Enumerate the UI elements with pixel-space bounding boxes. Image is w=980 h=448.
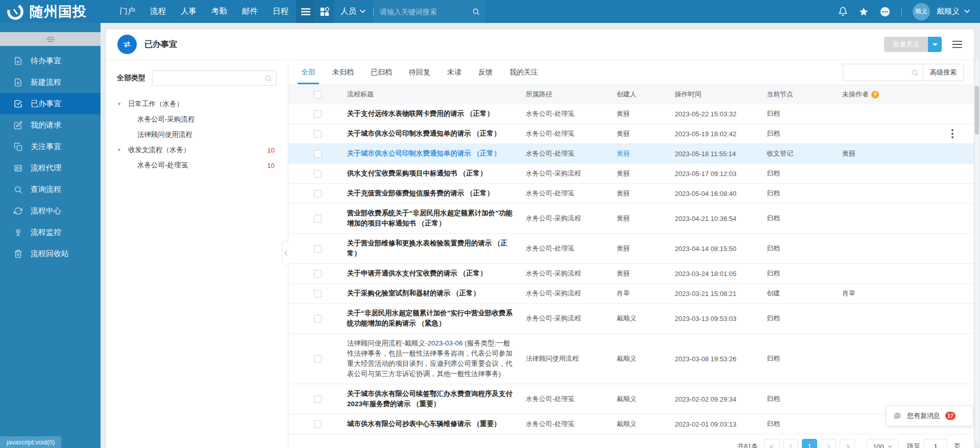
- row-checkbox[interactable]: [314, 190, 322, 197]
- next-page-button[interactable]: [821, 439, 836, 448]
- star-icon[interactable]: [859, 7, 869, 17]
- row-title[interactable]: 城市供水有限公司抄表中心车辆维修请示 （重要）: [347, 419, 526, 429]
- prev-page-button[interactable]: [783, 439, 798, 448]
- sidebar-item-8[interactable]: 流程中心: [0, 200, 101, 221]
- global-search[interactable]: [374, 0, 485, 23]
- sidebar-item-4[interactable]: 我的请求: [0, 114, 101, 136]
- tree-node-2[interactable]: 水务公司-采购流程: [117, 112, 277, 127]
- batch-follow-dropdown-icon[interactable]: [928, 37, 942, 52]
- list-view-icon[interactable]: [952, 40, 963, 49]
- tab-6[interactable]: 反馈: [478, 61, 493, 84]
- table-row-9[interactable]: 关于采购化验室试剂和器材的请示 （正常）水务公司-采购流程肖举2023-03-2…: [288, 284, 974, 304]
- scrollbar-thumb[interactable]: [975, 86, 979, 135]
- row-title[interactable]: 营业部收费系统关于“非居民用水超定额累计加价”功能增加的项目中标通知书 （正常）: [347, 208, 526, 229]
- current-page-button[interactable]: 1: [802, 439, 817, 448]
- sidebar-item-7[interactable]: 查询流程: [0, 179, 101, 200]
- type-filter-input[interactable]: [157, 74, 264, 82]
- row-title[interactable]: 关于充值营业部催费短信服务费的请示 （正常）: [347, 188, 526, 198]
- vertical-scrollbar[interactable]: [975, 60, 979, 443]
- row-title[interactable]: 供水支付宝收费采购项目中标通知书 （正常）: [347, 168, 526, 179]
- first-page-button[interactable]: [764, 439, 779, 448]
- panel-collapse-handle[interactable]: [282, 240, 289, 266]
- row-title[interactable]: 关于城市供水公司印制水费通知单的请示 （正常）: [347, 148, 526, 159]
- tree-expand-caret[interactable]: ▼: [117, 147, 128, 153]
- tab-2[interactable]: 未归档: [332, 61, 354, 84]
- top-nav-item-4[interactable]: 考勤: [211, 6, 227, 17]
- table-row-12[interactable]: 关于城市供水有限公司续签鄂汇办水费查询程序及支付2023年服务费的请示 （重要）…: [288, 384, 974, 414]
- table-row-11[interactable]: 法律顾问使用流程-戴顺义-2023-03-06 (服务类型:一般性法律事务，包括…: [288, 334, 974, 384]
- tree-node-1[interactable]: ▼日常工作（水务）: [117, 96, 277, 112]
- row-checkbox[interactable]: [314, 395, 322, 403]
- tree-node-3[interactable]: 法律顾问使用流程: [117, 127, 277, 142]
- sidebar-collapse-toggle[interactable]: [0, 32, 101, 46]
- sidebar-item-6[interactable]: 流程代理: [0, 157, 101, 179]
- top-nav-item-3[interactable]: 人事: [181, 6, 197, 17]
- row-checkbox[interactable]: [314, 355, 322, 363]
- row-checkbox[interactable]: [314, 110, 322, 118]
- last-page-button[interactable]: [840, 439, 855, 448]
- table-row-3[interactable]: 关于城市供水公司印制水费通知单的请示 （正常）水务公司-处理笺黄丽2023-05…: [288, 144, 974, 164]
- tab-3[interactable]: 已归档: [371, 61, 392, 84]
- table-row-4[interactable]: 供水支付宝收费采购项目中标通知书 （正常）水务公司-采购流程黄丽2023-05-…: [288, 164, 974, 184]
- advanced-search-button[interactable]: 高级搜索: [923, 64, 964, 81]
- sidebar-item-10[interactable]: 流程回收站: [0, 243, 101, 264]
- table-row-10[interactable]: 关于“非居民用水超定额累计加价”实行中营业部收费系统功能增加的采购请示 （紧急）…: [288, 304, 974, 334]
- help-icon[interactable]: ?: [871, 91, 879, 98]
- tab-5[interactable]: 未读: [447, 61, 461, 84]
- sidebar-item-9[interactable]: 流程监控: [0, 221, 101, 243]
- sidebar-item-1[interactable]: 待办事宜: [0, 50, 101, 71]
- row-title[interactable]: 关于城市供水有限公司续签鄂汇办水费查询程序及支付2023年服务费的请示 （重要）: [347, 389, 526, 409]
- table-row-8[interactable]: 关于申请开通供水支付宝收费的请示 （正常）水务公司-采购流程黄丽2023-03-…: [288, 264, 974, 284]
- jump-page-input[interactable]: [924, 439, 947, 448]
- row-title[interactable]: 关于采购化验室试剂和器材的请示 （正常）: [347, 288, 526, 298]
- row-title[interactable]: 法律顾问使用流程-戴顺义-2023-03-06 (服务类型:一般性法律事务，包括…: [347, 338, 526, 379]
- top-nav-item-6[interactable]: 日程: [273, 6, 288, 17]
- row-checkbox[interactable]: [314, 290, 322, 297]
- people-dropdown[interactable]: 人员: [334, 0, 373, 23]
- app-grid-icon[interactable]: [315, 0, 334, 23]
- search-icon[interactable]: [472, 7, 480, 16]
- tab-7[interactable]: 我的关注: [509, 61, 538, 84]
- row-checkbox[interactable]: [314, 150, 322, 158]
- apps-hamburger-icon[interactable]: [296, 0, 315, 23]
- table-row-7[interactable]: 关于营业部维修和更换水表检验装置费用的请示 （正常）水务公司-处理笺黄丽2023…: [288, 234, 974, 264]
- global-search-input[interactable]: [380, 8, 472, 16]
- row-checkbox[interactable]: [314, 315, 322, 322]
- tree-node-4[interactable]: ▼收发文流程（水务）10: [117, 142, 277, 158]
- sidebar-item-3[interactable]: 已办事宜: [0, 93, 101, 114]
- top-nav-item-2[interactable]: 流程: [150, 6, 166, 17]
- batch-follow-button[interactable]: 批量关注: [884, 37, 942, 52]
- sidebar-item-5[interactable]: 关注事宜: [0, 136, 101, 157]
- tab-1[interactable]: 全部: [301, 61, 315, 84]
- table-row-5[interactable]: 关于充值营业部催费短信服务费的请示 （正常）水务公司-处理笺黄丽2023-05-…: [288, 184, 974, 204]
- table-row-6[interactable]: 营业部收费系统关于“非居民用水超定额累计加价”功能增加的项目中标通知书 （正常）…: [288, 204, 974, 234]
- user-chevron-down-icon[interactable]: [964, 10, 970, 13]
- table-search[interactable]: [843, 64, 923, 81]
- page-size-select[interactable]: 100: [867, 439, 898, 448]
- row-title[interactable]: 关于城市供水公司印制水费通知单的请示 （正常）: [347, 129, 526, 139]
- table-row-2[interactable]: 关于城市供水公司印制水费通知单的请示 （正常）水务公司-处理笺黄丽2023-05…: [288, 124, 974, 144]
- select-all-checkbox[interactable]: [314, 91, 322, 98]
- notification-toast[interactable]: 您有新消息 17: [886, 406, 973, 426]
- top-nav-item-5[interactable]: 邮件: [242, 6, 258, 17]
- table-row-1[interactable]: 关于支付远传水表物联网卡费用的请示 （正常）水务公司-处理笺黄丽2023-05-…: [288, 104, 974, 124]
- row-title[interactable]: 关于“非居民用水超定额累计加价”实行中营业部收费系统功能增加的采购请示 （紧急）: [347, 308, 526, 329]
- tree-expand-caret[interactable]: ▼: [117, 102, 128, 107]
- row-title[interactable]: 关于营业部维修和更换水表检验装置费用的请示 （正常）: [347, 238, 526, 259]
- table-row-13[interactable]: 城市供水有限公司抄表中心车辆维修请示 （重要）水务公司-处理笺戴顺义2023-0…: [288, 414, 974, 434]
- row-title[interactable]: 关于申请开通供水支付宝收费的请示 （正常）: [347, 268, 526, 279]
- tree-node-5[interactable]: 水务公司-处理笺10: [117, 158, 277, 173]
- row-checkbox[interactable]: [314, 270, 322, 278]
- row-checkbox[interactable]: [314, 130, 322, 138]
- table-search-input[interactable]: [847, 69, 911, 77]
- bell-icon[interactable]: [838, 7, 848, 16]
- tab-4[interactable]: 待回复: [409, 61, 430, 84]
- sidebar-item-2[interactable]: 新建流程: [0, 71, 101, 93]
- type-filter-search[interactable]: [152, 70, 277, 86]
- row-checkbox[interactable]: [314, 215, 322, 222]
- row-checkbox[interactable]: [314, 245, 322, 253]
- more-options-icon[interactable]: [879, 6, 891, 17]
- row-checkbox[interactable]: [314, 170, 322, 178]
- avatar[interactable]: 顺义: [913, 3, 930, 20]
- row-more-icon[interactable]: [949, 127, 955, 140]
